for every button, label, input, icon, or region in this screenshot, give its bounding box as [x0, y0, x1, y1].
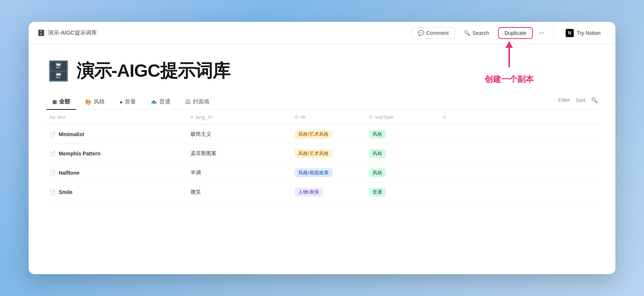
page-title-row: 🗄️ 演示-AIGC提示词库	[46, 59, 598, 83]
more-button[interactable]: ···	[536, 27, 547, 39]
tabs-right-controls: Filter Sort 🔍	[558, 97, 598, 107]
search-button[interactable]: 🔍 Search	[458, 28, 495, 38]
notion-icon: N	[566, 29, 574, 37]
tab-quality-icon: ●	[120, 99, 123, 105]
th-dir-icon: ⊙	[295, 114, 299, 120]
table-row[interactable]: 📄 Minimalist 极简主义 风格/艺术风格 风格	[46, 125, 598, 144]
comment-label: Comment	[426, 30, 449, 36]
duplicate-label: Duplicate	[505, 30, 526, 36]
comment-icon: 💬	[418, 30, 424, 36]
search-label: Search	[472, 30, 489, 36]
th-subtype-icon: ⊙	[369, 114, 373, 120]
comment-button[interactable]: 💬 Comment	[412, 27, 455, 39]
row-name: 📄 Minimalist	[46, 128, 188, 140]
table-row[interactable]: 📄 Halftone 半调 风格/画面效果 风格	[46, 163, 598, 182]
tabs-row: ⊞ 全部 🎨 风格 ● 质量 🐟 普通 品 封面墙 Filter Sort	[46, 95, 598, 110]
row-dir: 风格/画面效果	[292, 165, 366, 180]
th-text-label: text	[58, 114, 65, 120]
search-icon: 🔍	[464, 30, 470, 36]
sort-button[interactable]: Sort	[576, 97, 585, 103]
doc-icon: 📄	[49, 131, 56, 137]
subtype-tag: 普通	[369, 188, 386, 197]
tab-quality[interactable]: ● 质量	[114, 95, 142, 110]
tab-all[interactable]: ⊞ 全部	[46, 95, 76, 110]
tab-quality-label: 质量	[125, 98, 136, 105]
row-lang: 半调	[188, 167, 292, 179]
row-extra	[440, 151, 455, 157]
row-subtype: 风格	[366, 127, 440, 142]
row-lang: 微笑	[188, 186, 292, 198]
tab-normal[interactable]: 🐟 普通	[145, 95, 176, 110]
dir-tag: 人物/表情	[295, 188, 323, 197]
th-dir-label: dir	[301, 114, 306, 120]
th-subtype-label: subType	[375, 114, 393, 120]
table-search-icon[interactable]: 🔍	[591, 97, 598, 103]
table-row[interactable]: 📄 Smile 微笑 人物/表情 普通	[46, 182, 598, 202]
row-extra	[440, 189, 455, 195]
row-extra	[440, 170, 455, 176]
row-dir: 风格/艺术风格	[292, 146, 366, 161]
tab-cover-icon: 品	[185, 99, 191, 105]
app-window: 🗄️ 演示-AIGC提示词库 💬 Comment 🔍 Search Duplic…	[29, 22, 615, 274]
tab-style-label: 风格	[94, 98, 105, 105]
page-content: 🗄️ 演示-AIGC提示词库 ⊞ 全部 🎨 风格 ● 质量 🐟 普通 品	[29, 44, 615, 274]
tab-style[interactable]: 🎨 风格	[79, 95, 111, 110]
tab-cover-label: 封面墙	[193, 98, 209, 105]
th-extra: ≡	[440, 113, 455, 121]
th-lang: ≡ lang_zh	[188, 113, 292, 121]
th-extra-icon: ≡	[443, 114, 446, 120]
th-lang-label: lang_zh	[196, 114, 213, 120]
th-text-icon: Aa	[49, 114, 55, 120]
topbar-title-text: 演示-AIGC提示词库	[48, 29, 97, 36]
th-text: Aa text	[46, 113, 188, 121]
page-icon: 🗄️	[46, 60, 71, 82]
doc-icon: 📄	[49, 170, 56, 176]
row-subtype: 风格	[366, 165, 440, 180]
page-title: 演示-AIGC提示词库	[77, 59, 230, 83]
topbar-actions: 💬 Comment 🔍 Search Duplicate ··· N Try N…	[412, 27, 607, 39]
more-label: ···	[539, 29, 544, 37]
topbar-title: 🗄️ 演示-AIGC提示词库	[38, 29, 97, 36]
row-dir: 风格/艺术风格	[292, 127, 366, 142]
try-notion-button[interactable]: N Try Notion	[560, 27, 606, 39]
topbar: 🗄️ 演示-AIGC提示词库 💬 Comment 🔍 Search Duplic…	[29, 22, 615, 44]
dir-tag: 风格/艺术风格	[295, 130, 332, 139]
table-container: Aa text ≡ lang_zh ⊙ dir ⊙ subType ≡	[46, 110, 598, 202]
tab-style-icon: 🎨	[85, 99, 91, 105]
th-lang-icon: ≡	[191, 114, 193, 120]
table-row[interactable]: 📄 Memphis Pattern 孟菲斯图案 风格/艺术风格 风格	[46, 144, 598, 163]
th-dir: ⊙ dir	[292, 113, 366, 121]
subtype-tag: 风格	[369, 168, 386, 177]
doc-icon: 📄	[49, 189, 56, 195]
db-icon: 🗄️	[38, 29, 45, 36]
row-lang: 孟菲斯图案	[188, 147, 292, 160]
row-subtype: 风格	[366, 146, 440, 161]
subtype-tag: 风格	[369, 130, 386, 139]
filter-button[interactable]: Filter	[558, 97, 570, 103]
duplicate-button[interactable]: Duplicate	[498, 27, 533, 39]
th-subtype: ⊙ subType	[366, 113, 440, 121]
topbar-divider	[553, 29, 554, 37]
try-notion-label: Try Notion	[577, 30, 601, 36]
tab-cover[interactable]: 品 封面墙	[179, 95, 215, 110]
tab-all-icon: ⊞	[52, 99, 57, 105]
row-name: 📄 Halftone	[46, 167, 188, 179]
table-body: 📄 Minimalist 极简主义 风格/艺术风格 风格 📄 Memphis P…	[46, 125, 598, 202]
row-dir: 人物/表情	[292, 185, 366, 200]
row-name: 📄 Smile	[46, 186, 188, 198]
row-lang: 极简主义	[188, 128, 292, 141]
subtype-tag: 风格	[369, 149, 386, 158]
tab-all-label: 全部	[59, 98, 70, 105]
tab-normal-icon: 🐟	[151, 99, 157, 105]
row-subtype: 普通	[366, 185, 440, 200]
table-header: Aa text ≡ lang_zh ⊙ dir ⊙ subType ≡	[46, 110, 598, 125]
tab-normal-label: 普通	[159, 98, 170, 105]
doc-icon: 📄	[49, 151, 56, 157]
row-name: 📄 Memphis Pattern	[46, 148, 188, 159]
dir-tag: 风格/画面效果	[295, 168, 332, 177]
row-extra	[440, 131, 455, 137]
dir-tag: 风格/艺术风格	[295, 149, 332, 158]
